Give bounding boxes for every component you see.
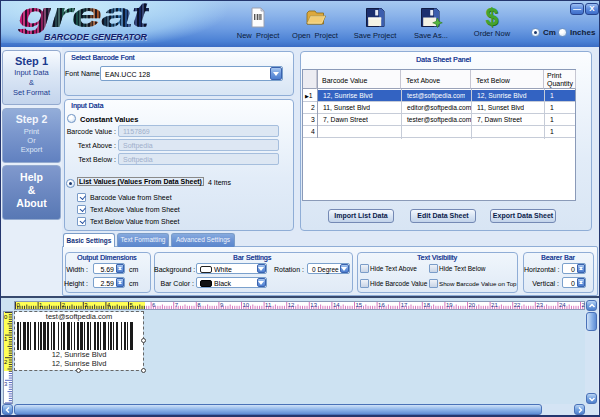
svg-text:14: 14 bbox=[333, 302, 340, 308]
svg-text:11: 11 bbox=[265, 302, 272, 308]
svg-text:20: 20 bbox=[469, 302, 476, 308]
svg-text:16: 16 bbox=[378, 302, 385, 308]
svg-text:22: 22 bbox=[514, 302, 521, 308]
svg-text:12: 12 bbox=[288, 302, 295, 308]
svg-text:24: 24 bbox=[559, 302, 566, 308]
svg-text:10: 10 bbox=[243, 302, 250, 308]
svg-text:18: 18 bbox=[423, 302, 430, 308]
svg-text:13: 13 bbox=[310, 302, 317, 308]
svg-text:17: 17 bbox=[401, 302, 408, 308]
svg-text:19: 19 bbox=[446, 302, 453, 308]
svg-text:15: 15 bbox=[356, 302, 363, 308]
svg-text:21: 21 bbox=[491, 302, 498, 308]
svg-text:23: 23 bbox=[536, 302, 543, 308]
